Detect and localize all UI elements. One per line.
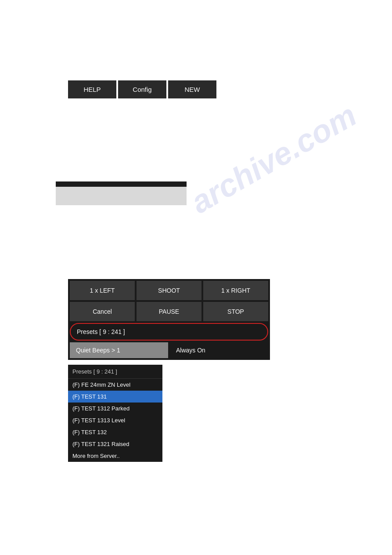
dropdown-item-1[interactable]: (F) TEST 131 bbox=[68, 391, 162, 403]
dropdown-item-2[interactable]: (F) TEST 1312 Parked bbox=[68, 403, 162, 414]
presets-row: Presets [ 9 : 241 ] bbox=[70, 323, 268, 341]
dropdown-item-0[interactable]: (F) FE 24mm ZN Level bbox=[68, 379, 162, 391]
dropdown-header: Presets [ 9 : 241 ] bbox=[68, 365, 162, 379]
toolbar: HELP Config NEW bbox=[68, 80, 216, 98]
dropdown-item-5[interactable]: (F) TEST 1321 Raised bbox=[68, 438, 162, 450]
control-row-2: Cancel PAUSE STOP bbox=[70, 302, 268, 321]
presets-label[interactable]: Presets [ 9 : 241 ] bbox=[70, 323, 268, 341]
presets-dropdown: Presets [ 9 : 241 ] (F) FE 24mm ZN Level… bbox=[68, 365, 162, 462]
shoot-button[interactable]: SHOOT bbox=[137, 281, 201, 300]
right-button[interactable]: 1 x RIGHT bbox=[203, 281, 268, 300]
config-button[interactable]: Config bbox=[118, 80, 166, 98]
cancel-button[interactable]: Cancel bbox=[70, 302, 135, 321]
new-button[interactable]: NEW bbox=[168, 80, 216, 98]
left-button[interactable]: 1 x LEFT bbox=[70, 281, 135, 300]
dropdown-item-6[interactable]: More from Server.. bbox=[68, 450, 162, 462]
status-row: Quiet Beeps > 1 Always On bbox=[70, 342, 268, 358]
progress-bar-fill bbox=[56, 187, 187, 205]
dropdown-item-4[interactable]: (F) TEST 132 bbox=[68, 426, 162, 438]
control-panel: 1 x LEFT SHOOT 1 x RIGHT Cancel PAUSE ST… bbox=[68, 279, 270, 360]
stop-button[interactable]: STOP bbox=[203, 302, 268, 321]
control-row-1: 1 x LEFT SHOOT 1 x RIGHT bbox=[70, 281, 268, 300]
dropdown-item-3[interactable]: (F) TEST 1313 Level bbox=[68, 414, 162, 426]
pause-button[interactable]: PAUSE bbox=[137, 302, 201, 321]
help-button[interactable]: HELP bbox=[68, 80, 116, 98]
quiet-beeps-label: Quiet Beeps > 1 bbox=[70, 342, 168, 358]
watermark: archive.com bbox=[184, 97, 362, 220]
progress-bar-area bbox=[56, 181, 187, 205]
always-on-label: Always On bbox=[170, 342, 268, 358]
progress-bar-top bbox=[56, 181, 187, 187]
